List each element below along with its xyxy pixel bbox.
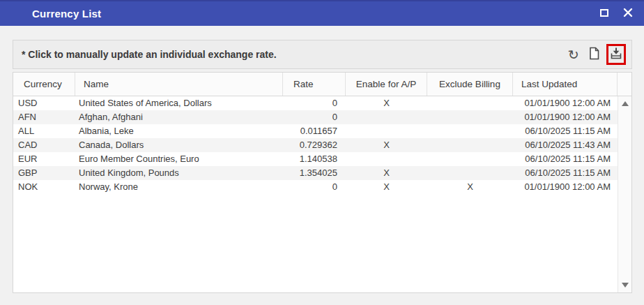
table-row-usd[interactable]: USD United States of America, Dollars 0 … [13,96,618,110]
refresh-icon: ↻ [567,47,580,61]
cell-rate[interactable]: 0.011657 [283,124,346,138]
cell-name: United Kingdom, Pounds [75,166,283,180]
cell-last-updated: 06/10/2025 11:43 AM [513,138,618,152]
cell-name: Albania, Leke [75,124,283,138]
refresh-rates-button[interactable]: ↻ [566,46,581,63]
cell-enable-ap: X [346,180,427,194]
import-download-icon [610,47,622,62]
window-titlebar: Currency List [0,0,644,26]
cell-last-updated: 06/10/2025 11:15 AM [513,124,618,138]
cell-exclude-billing: X [427,180,513,194]
cell-exclude-billing [427,152,513,166]
cell-last-updated: 01/01/1900 12:00 AM [513,110,618,124]
table-row-eur[interactable]: EUR Euro Member Countries, Euro 1.140538… [13,152,618,166]
cell-currency: ALL [13,124,75,138]
column-header-exclude-billing[interactable]: Exclude Billing [427,73,513,96]
cell-exclude-billing [427,110,513,124]
close-icon [623,8,633,20]
table-row-cad[interactable]: CAD Canada, Dollars 0.729362 X 06/10/202… [13,138,618,152]
cell-name: United States of America, Dollars [75,96,283,110]
cell-name: Euro Member Countries, Euro [75,152,283,166]
table-row-nok[interactable]: NOK Norway, Krone 0 X X 01/01/1900 12:00… [13,180,618,194]
cell-rate[interactable]: 0.729362 [283,138,346,152]
cell-exclude-billing [427,124,513,138]
grid-header-row: Currency Name Rate Enable for A/P Exclud… [13,73,631,96]
window-title: Currency List [0,8,101,20]
column-header-name[interactable]: Name [75,73,283,96]
cell-enable-ap [346,110,427,124]
cell-exclude-billing [427,96,513,110]
cell-enable-ap: X [346,138,427,152]
document-icon [588,47,600,62]
cell-rate[interactable]: 1.140538 [283,152,346,166]
cell-currency: GBP [13,166,75,180]
import-rates-button[interactable] [608,46,624,63]
vertical-scrollbar[interactable] [618,96,631,292]
grid-body: USD United States of America, Dollars 0 … [13,96,631,292]
cell-enable-ap: X [346,166,427,180]
table-row-afn[interactable]: AFN Afghan, Afghani 0 01/01/1900 12:00 A… [13,110,618,124]
window-controls [598,8,644,20]
cell-currency: AFN [13,110,75,124]
close-button[interactable] [622,8,634,20]
cell-rate[interactable]: 0 [283,110,346,124]
cell-rate[interactable]: 0 [283,96,346,110]
cell-name: Afghan, Afghani [75,110,283,124]
table-row-gbp[interactable]: GBP United Kingdom, Pounds 1.354025 X 06… [13,166,618,180]
cell-currency: NOK [13,180,75,194]
scroll-up-icon[interactable] [622,101,629,106]
cell-rate[interactable]: 0 [283,180,346,194]
column-header-rate[interactable]: Rate [283,73,346,96]
highlight-red-box [606,44,626,65]
maximize-button[interactable] [598,8,611,20]
cell-name: Canada, Dollars [75,138,283,152]
cell-enable-ap [346,124,427,138]
cell-name: Norway, Krone [75,180,283,194]
grid-rows-area: USD United States of America, Dollars 0 … [13,96,618,292]
cell-last-updated: 06/10/2025 11:15 AM [513,152,618,166]
cell-enable-ap: X [346,96,427,110]
cell-currency: USD [13,96,75,110]
currency-grid: Currency Name Rate Enable for A/P Exclud… [13,72,632,293]
cell-last-updated: 01/01/1900 12:00 AM [513,96,618,110]
toolbar-note: * Click to manually update an individual… [13,49,277,60]
cell-currency: EUR [13,152,75,166]
maximize-icon [600,8,608,19]
table-row-all[interactable]: ALL Albania, Leke 0.011657 06/10/2025 11… [13,124,618,138]
cell-exclude-billing [427,166,513,180]
cell-currency: CAD [13,138,75,152]
scroll-down-icon[interactable] [622,283,629,288]
cell-enable-ap [346,152,427,166]
export-document-button[interactable] [586,46,601,63]
cell-rate[interactable]: 1.354025 [283,166,346,180]
column-header-enable-ap[interactable]: Enable for A/P [346,73,427,96]
toolbar-tools: ↻ [566,44,631,65]
cell-last-updated: 01/01/1900 12:00 AM [513,180,618,194]
column-header-stub [618,73,631,96]
toolbar: * Click to manually update an individual… [13,40,632,69]
cell-exclude-billing [427,138,513,152]
column-header-last-updated[interactable]: Last Updated [513,73,618,96]
cell-last-updated: 06/10/2025 11:15 AM [513,166,618,180]
column-header-currency[interactable]: Currency [13,73,75,96]
